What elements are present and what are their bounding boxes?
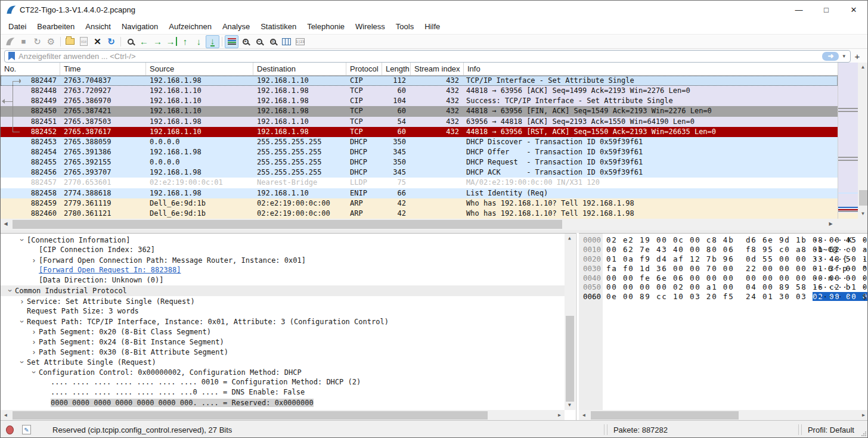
close-file-icon[interactable]: ✕ xyxy=(91,35,104,48)
packet-row[interactable]: 8824472763.704837192.168.1.98192.168.1.1… xyxy=(1,76,838,86)
scrollbar-minimap[interactable] xyxy=(838,63,858,219)
packet-row[interactable]: 8824522765.387617192.168.1.10192.168.1.9… xyxy=(1,127,838,137)
expert-info-icon[interactable] xyxy=(6,425,14,434)
open-file-icon[interactable] xyxy=(63,35,77,48)
detail-row[interactable]: ›Request Path: TCP/IP Interface, Instanc… xyxy=(1,316,565,327)
packet-list-vscrollbar[interactable]: ▲ ▼ xyxy=(858,63,868,219)
menu-item-datei[interactable]: Datei xyxy=(3,20,32,33)
detail-row[interactable]: ›Set Attribute Single (Request) xyxy=(1,357,565,367)
chevron-down-icon[interactable]: › xyxy=(29,368,39,377)
menu-item-ansicht[interactable]: Ansicht xyxy=(80,20,116,33)
detail-row[interactable]: ›Service: Set Attribute Single (Request) xyxy=(1,296,565,306)
hex-bytes[interactable]: 0e 00 89 cc 10 03 20 f5 xyxy=(606,292,734,302)
menu-item-aufzeichnen[interactable]: Aufzeichnen xyxy=(163,20,217,33)
close-button[interactable]: ✕ xyxy=(840,1,867,18)
packet-row[interactable]: 8824592779.361119Dell_6e:9d:1b02:e2:19:0… xyxy=(1,198,838,209)
add-filter-button-icon[interactable]: + xyxy=(851,51,864,61)
scroll-down-icon[interactable]: ▼ xyxy=(565,400,575,410)
scroll-left-icon[interactable]: ◀ xyxy=(1,411,11,420)
go-to-packet-icon[interactable]: → xyxy=(165,35,178,48)
stop-capture-icon[interactable]: ■ xyxy=(17,35,30,48)
detail-row[interactable]: ›Path Segment: 0x30 (8-Bit Attribute Seg… xyxy=(1,347,565,357)
hex-bytes[interactable]: fa f0 1d 36 00 00 70 00 xyxy=(606,264,734,274)
go-top-icon[interactable]: ↑ xyxy=(178,35,192,48)
find-packet-icon[interactable] xyxy=(123,35,137,48)
detail-row[interactable]: ›[Forward Open Connection Path: Message … xyxy=(1,255,565,265)
column-header-source[interactable]: Source xyxy=(146,63,253,75)
chevron-down-icon[interactable]: › xyxy=(5,286,15,296)
chevron-down-icon[interactable]: › xyxy=(17,235,27,245)
capture-options-icon[interactable]: ⚙ xyxy=(44,35,58,48)
detail-row[interactable]: ›[Connection Information] xyxy=(1,235,565,245)
detail-row[interactable]: [Forward Open Request In: 882388] xyxy=(1,265,565,275)
scroll-right-icon[interactable]: ▶ xyxy=(554,411,565,420)
hex-row[interactable]: 001000 62 7e 43 40 00 80 06f8 95 c0 a8 0… xyxy=(579,245,868,254)
start-capture-icon[interactable] xyxy=(3,35,17,48)
scroll-right-icon[interactable]: ▶ xyxy=(826,219,836,229)
packet-list-hscrollbar[interactable]: ◀ ▶ xyxy=(1,219,838,230)
column-header-length[interactable]: Length xyxy=(382,63,411,75)
column-header-stream-index[interactable]: Stream index xyxy=(411,63,464,75)
go-back-icon[interactable]: ← xyxy=(137,35,151,48)
hex-bytes[interactable]: 02 e2 19 00 0c 00 c8 4b xyxy=(606,235,734,245)
details-vscrollbar[interactable]: ▲ ▼ xyxy=(565,234,575,410)
chevron-right-icon[interactable]: › xyxy=(29,337,39,347)
hex-row[interactable]: 004000 00 fe 6e 06 00 00 0000 00 00 00 0… xyxy=(579,274,868,283)
profile-text[interactable]: Profil: Default xyxy=(808,425,854,434)
detail-row[interactable]: .... .... .... .... .... .... ...0 .... … xyxy=(1,387,565,397)
restart-capture-icon[interactable]: ↻ xyxy=(30,35,44,48)
menu-item-analyse[interactable]: Analyse xyxy=(217,20,255,33)
display-filter-input[interactable]: Anzeigefilter anwenden ... <Ctrl-/> ➜ ▾ xyxy=(4,50,851,63)
hex-row[interactable]: 00600e 00 89 cc 10 03 20 f524 01 30 03 0… xyxy=(579,292,868,302)
colorize-icon[interactable] xyxy=(225,35,238,48)
menu-item-wireless[interactable]: Wireless xyxy=(350,20,390,33)
menu-item-navigation[interactable]: Navigation xyxy=(116,20,163,33)
detail-row[interactable]: ›Path Segment: 0x24 (8-Bit Instance Segm… xyxy=(1,337,565,347)
hex-row[interactable]: 002001 0a f9 d4 af 12 7b 960d 55 00 00 3… xyxy=(579,254,868,264)
menu-item-telephonie[interactable]: Telephonie xyxy=(302,20,350,33)
packet-row[interactable]: 8824582774.388618192.168.1.98192.168.1.1… xyxy=(1,188,838,198)
hex-row[interactable]: 000002 e2 19 00 0c 00 c8 4bd6 6e 9d 1b 0… xyxy=(579,235,868,245)
packet-row[interactable]: 8824492765.386970192.168.1.10192.168.1.9… xyxy=(1,96,838,106)
packet-row[interactable]: 8824572770.65360102:e2:19:00:0c:01Neares… xyxy=(1,178,838,188)
filter-bookmark-icon[interactable] xyxy=(8,52,15,60)
filter-dropdown-icon[interactable]: ▾ xyxy=(842,53,845,59)
detail-row[interactable]: 0000 0000 0000 0000 0000 0000 000. .... … xyxy=(1,398,565,408)
zoom-in-icon[interactable]: + xyxy=(238,35,252,48)
detail-row[interactable]: [CIP Connection Index: 362] xyxy=(1,245,565,255)
hex-bytes[interactable]: 00 00 00 00 02 00 a1 00 xyxy=(606,282,734,292)
menu-item-statistiken[interactable]: Statistiken xyxy=(255,20,302,33)
scroll-up-icon[interactable]: ▲ xyxy=(565,234,575,243)
hex-bytes[interactable]: 00 00 fe 6e 06 00 00 00 xyxy=(606,274,734,283)
save-file-icon[interactable]: 010 xyxy=(77,35,91,48)
scroll-right-icon[interactable]: ▶ xyxy=(858,411,868,420)
reload-file-icon[interactable]: ↻ xyxy=(104,35,118,48)
detail-row[interactable]: ›Configuration Control: 0x00000002, Conf… xyxy=(1,367,565,377)
packet-row[interactable]: 8824602780.361121Dell_6e:9d:1b02:e2:19:0… xyxy=(1,209,838,219)
column-header-destination[interactable]: Destination xyxy=(253,63,346,75)
resize-columns-icon[interactable] xyxy=(280,35,293,48)
packet-row[interactable]: 8824512765.387503192.168.1.98192.168.1.1… xyxy=(1,117,838,127)
chevron-right-icon[interactable]: › xyxy=(17,296,27,306)
scrollbar-thumb[interactable] xyxy=(591,411,739,420)
scrollbar-thumb[interactable] xyxy=(566,316,574,402)
packet-row[interactable]: 8824562765.393707192.168.1.98255.255.255… xyxy=(1,167,838,178)
detail-row[interactable]: ›Path Segment: 0x20 (8-Bit Class Segment… xyxy=(1,327,565,337)
hex-hscrollbar[interactable]: ◀ ▶ xyxy=(579,410,868,420)
auto-scroll-icon[interactable]: ↓ xyxy=(206,35,219,48)
zoom-reset-icon[interactable]: = xyxy=(266,35,280,48)
scroll-up-icon[interactable]: ▲ xyxy=(858,63,868,72)
scrollbar-thumb[interactable] xyxy=(13,411,488,420)
scroll-left-icon[interactable]: ◀ xyxy=(1,219,11,229)
menu-item-tools[interactable]: Tools xyxy=(390,20,419,33)
column-numbers-icon[interactable]: 1|23 xyxy=(293,35,307,48)
chevron-right-icon[interactable]: › xyxy=(29,255,39,265)
chevron-right-icon[interactable]: › xyxy=(29,327,39,337)
capture-comment-icon[interactable]: ✎ xyxy=(22,425,31,434)
go-forward-icon[interactable]: → xyxy=(151,35,165,48)
packet-row[interactable]: 8824532765.3880590.0.0.0255.255.255.255D… xyxy=(1,137,838,147)
details-hscrollbar[interactable]: ◀ ▶ xyxy=(1,410,565,420)
hex-bytes[interactable]: 01 0a f9 d4 af 12 7b 96 xyxy=(606,254,734,264)
packet-row[interactable]: 8824552765.3921550.0.0.0255.255.255.255D… xyxy=(1,157,838,167)
detail-row[interactable]: .... .... .... .... .... .... .... 0010 … xyxy=(1,377,565,387)
